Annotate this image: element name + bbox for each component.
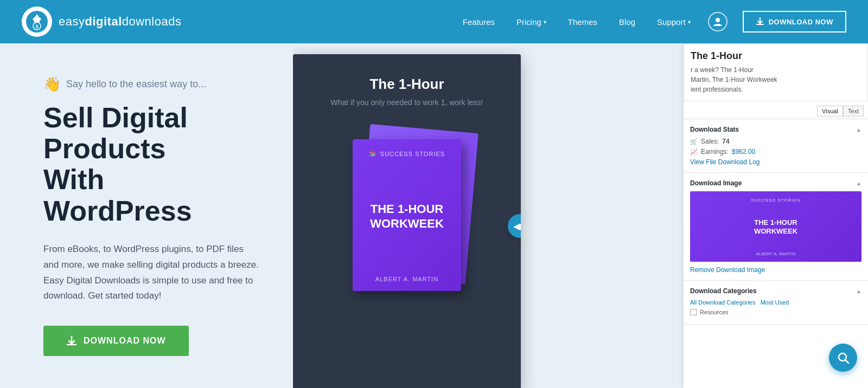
hero-download-icon: [66, 335, 77, 346]
logo-text-bold: digital: [85, 15, 122, 28]
book-cover-front: 📚 SUCCESS STORIES THE 1-HOUR WORKWEEK AL…: [353, 139, 461, 291]
book-badge: 📚 SUCCESS STORIES: [369, 150, 445, 157]
nav-download-button[interactable]: DOWNLOAD NOW: [743, 11, 846, 33]
wp-categories-title: Download Categories: [690, 287, 757, 295]
hero-heading-line1: Sell Digital Products: [43, 102, 188, 164]
book-cover-area: 📚 SUCCESS STORIES THE 1-HOUR WORKWEEK AL…: [293, 123, 521, 329]
wp-post-content: The 1-Hour r a week? The 1-Hour Martin, …: [684, 43, 868, 101]
hero-heading-line2: With WordPress: [43, 164, 192, 226]
wp-cat-resources: Resources: [690, 309, 861, 315]
wp-admin-panel: The 1-Hour r a week? The 1-Hour Martin, …: [684, 43, 868, 388]
search-icon: [837, 351, 850, 364]
hero-description: From eBooks, to WordPress plugins, to PD…: [43, 242, 260, 305]
nav-support-label: Support: [657, 17, 686, 27]
book-title-line1: THE 1-HOUR: [370, 202, 444, 216]
nav-download-label: DOWNLOAD NOW: [769, 18, 833, 26]
wp-post-desc-line1: r a week? The 1-Hour: [691, 65, 861, 75]
cart-icon: 🛒: [690, 138, 698, 145]
wp-all-categories-link[interactable]: All Download Categories: [690, 299, 755, 306]
search-fab[interactable]: [829, 344, 857, 372]
book-subtitle-partial: What if you only needed to work 1: [331, 98, 445, 107]
wp-preview-badge: SUCCESS STORIES: [751, 198, 801, 203]
carousel-arrow[interactable]: ◀▶: [508, 214, 521, 238]
wp-stats-section: Download Stats ▲ 🛒 Sales: 74 📈 Earnings:…: [684, 119, 868, 173]
wp-sales-label: Sales:: [701, 138, 719, 145]
wp-post-desc-line3: ient professionals.: [691, 85, 861, 94]
svg-line-5: [846, 360, 849, 364]
wp-categories-header: Download Categories ▲: [690, 287, 861, 295]
book-display: The 1-Hour What if you only needed to wo…: [293, 54, 521, 388]
book-author: ALBERT A. MARTIN: [375, 276, 438, 282]
svg-text:$: $: [35, 24, 38, 29]
wp-post-desc-line2: Martin, The 1-Hour Workweek: [691, 75, 861, 85]
nav-support[interactable]: Support ▾: [648, 13, 699, 31]
nav-links: Features Pricing ▾ Themes Blog Support ▾…: [454, 11, 846, 33]
wp-image-toggle[interactable]: ▲: [856, 180, 861, 186]
logo[interactable]: $ easydigitaldownloads: [22, 7, 181, 37]
wp-sales-value: 74: [722, 138, 729, 145]
wp-categories-toggle[interactable]: ▲: [856, 288, 861, 294]
navbar: $ easydigitaldownloads Features Pricing …: [0, 0, 868, 43]
wp-post-title: The 1-Hour: [691, 50, 861, 62]
wp-sales-row: 🛒 Sales: 74: [690, 138, 861, 145]
nav-pricing-label: Pricing: [516, 17, 541, 27]
book-subtitle-suffix: , work less!: [445, 98, 483, 107]
book-badge-text: SUCCESS STORIES: [380, 151, 445, 157]
wp-stats-toggle[interactable]: ▲: [856, 127, 861, 133]
wp-preview-title-2: WORKWEEK: [754, 227, 797, 236]
wp-stats-title: Download Stats: [690, 126, 739, 133]
hero-section: 👋 Say hello to the easiest way to... Sel…: [0, 43, 868, 388]
wp-image-header: Download Image ▲: [690, 179, 861, 187]
svg-point-3: [716, 18, 720, 22]
wp-earnings-value[interactable]: $962.00: [732, 148, 755, 156]
nav-blog[interactable]: Blog: [610, 13, 644, 31]
logo-svg: $: [25, 10, 49, 34]
wp-visual-text-bar: Visual Text: [684, 104, 868, 119]
wp-categories-section: Download Categories ▲ All Download Categ…: [684, 281, 868, 325]
wp-earnings-row: 📈 Earnings: $962.00: [690, 148, 861, 156]
wp-preview-author: ALBERT A. MARTIN: [756, 251, 796, 256]
wp-image-section: Download Image ▲ SUCCESS STORIES THE 1-H…: [684, 173, 868, 281]
wp-most-used-link[interactable]: Most Used: [761, 299, 789, 306]
wp-image-title: Download Image: [690, 179, 742, 187]
hero-right: The 1-Hour What if you only needed to wo…: [293, 43, 868, 388]
download-icon: [756, 17, 764, 26]
hero-download-label: DOWNLOAD NOW: [84, 336, 166, 346]
tagline-text: Say hello to the easiest way to...: [66, 79, 206, 90]
wave-emoji: 👋: [43, 76, 61, 93]
book-title-line2: WORKWEEK: [370, 217, 444, 231]
book-display-subtitle: What if you only needed to work 1, work …: [309, 98, 505, 107]
logo-text-light: easy: [59, 15, 85, 28]
wp-earnings-label: Earnings:: [701, 148, 729, 156]
account-icon[interactable]: [708, 12, 727, 31]
support-chevron-icon: ▾: [688, 19, 691, 25]
wp-cat-resources-checkbox[interactable]: [690, 309, 697, 315]
hero-heading: Sell Digital Products With WordPress: [43, 102, 260, 227]
book-display-title: The 1-Hour: [309, 76, 505, 93]
wp-preview-title-1: THE 1-HOUR: [754, 218, 797, 227]
hero-tagline: 👋 Say hello to the easiest way to...: [43, 76, 260, 93]
logo-text-suffix: downloads: [122, 15, 182, 28]
chart-icon: 📈: [690, 148, 698, 156]
wp-download-image-preview: SUCCESS STORIES THE 1-HOUR WORKWEEK ALBE…: [690, 191, 861, 262]
wp-stats-header: Download Stats ▲: [690, 126, 861, 133]
hero-left: 👋 Say hello to the easiest way to... Sel…: [0, 43, 293, 388]
wp-remove-image-link[interactable]: Remove Download Image: [690, 266, 765, 274]
logo-icon: $: [22, 7, 52, 37]
wp-log-link[interactable]: View File Download Log: [690, 158, 760, 166]
logo-text: easydigitaldownloads: [59, 15, 181, 29]
wp-cat-resources-label: Resources: [700, 309, 729, 315]
book-header: The 1-Hour What if you only needed to wo…: [293, 54, 521, 123]
nav-pricing[interactable]: Pricing ▾: [508, 13, 555, 31]
nav-features[interactable]: Features: [454, 13, 503, 31]
wp-visual-tab[interactable]: Visual: [817, 106, 843, 117]
wp-post-desc: r a week? The 1-Hour Martin, The 1-Hour …: [691, 65, 861, 94]
wp-categories-list: All Download Categories Most Used Resour…: [690, 299, 861, 315]
wp-preview-title: THE 1-HOUR WORKWEEK: [754, 218, 797, 235]
hero-download-button[interactable]: DOWNLOAD NOW: [43, 326, 189, 356]
pricing-chevron-icon: ▾: [544, 19, 546, 25]
book-main-title: THE 1-HOUR WORKWEEK: [370, 202, 444, 231]
nav-themes[interactable]: Themes: [559, 13, 606, 31]
wp-text-tab[interactable]: Text: [843, 106, 864, 117]
